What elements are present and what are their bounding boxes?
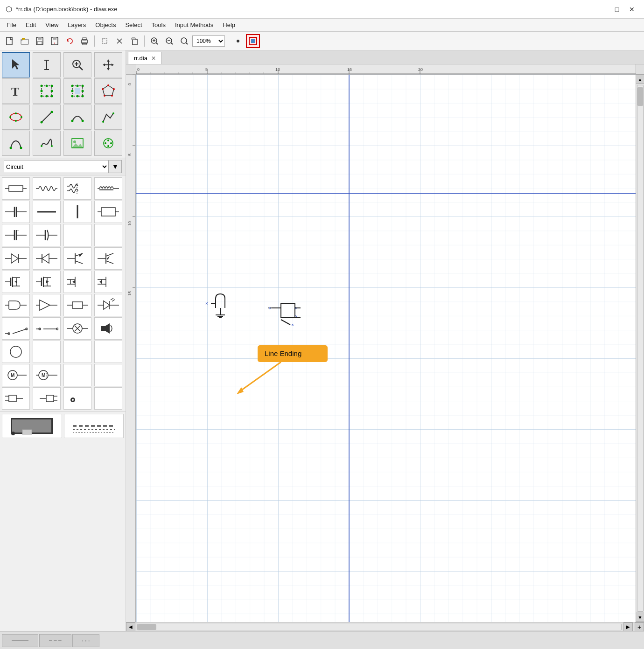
save-as-button[interactable]: ↓ (48, 34, 62, 48)
relay-b-symbol[interactable] (33, 317, 61, 340)
tab-close-button[interactable]: ✕ (151, 55, 156, 62)
lamp-symbol[interactable] (63, 317, 91, 340)
empty-2[interactable] (94, 224, 122, 246)
menu-file[interactable]: File (2, 20, 21, 30)
text-cursor-tool[interactable] (33, 52, 61, 77)
bjt-npn-symbol[interactable] (63, 247, 91, 270)
scroll-right-button[interactable]: ▶ (623, 622, 633, 632)
line-style-1-button[interactable]: ——— (2, 634, 38, 647)
arc-tool[interactable] (63, 105, 91, 130)
area-select-tool[interactable] (63, 78, 91, 104)
menu-help[interactable]: Help (218, 20, 240, 30)
motor-symbol[interactable]: M (2, 364, 30, 386)
tab-rr-dia[interactable]: rr.dia ✕ (128, 52, 162, 64)
inductor-symbol[interactable] (33, 177, 61, 200)
line-tool[interactable] (33, 105, 61, 130)
motor2-symbol[interactable]: M (33, 364, 61, 386)
box2-symbol[interactable] (63, 294, 91, 316)
dot-symbol[interactable] (63, 387, 91, 410)
empty-8[interactable] (94, 387, 122, 410)
and-gate-symbol[interactable] (2, 294, 30, 316)
select-tool[interactable] (2, 52, 30, 77)
open-button[interactable] (18, 34, 32, 48)
box-select-tool[interactable] (33, 78, 61, 104)
menu-objects[interactable]: Objects (91, 20, 120, 30)
bezier-tool[interactable] (2, 131, 30, 156)
jfet-n-symbol[interactable] (63, 271, 91, 293)
polyline-tool[interactable] (94, 105, 122, 130)
line-style-dashed-button[interactable] (64, 414, 124, 438)
cap-polar-symbol[interactable]: + (2, 224, 30, 246)
dot-tool-button[interactable] (231, 34, 245, 48)
circle-symbol[interactable] (2, 341, 30, 363)
scroll-down-button[interactable]: ▼ (636, 613, 644, 622)
image-tool[interactable] (63, 131, 91, 156)
coil-symbol[interactable] (94, 177, 122, 200)
new-button[interactable] (3, 34, 17, 48)
text-tool[interactable]: T (2, 78, 30, 104)
zoom-reset-button[interactable] (162, 34, 176, 48)
shape-expand-button[interactable]: ▼ (109, 160, 122, 173)
box-symbol[interactable] (94, 201, 122, 223)
print-button[interactable] (77, 34, 91, 48)
cap-polar2-symbol[interactable] (33, 224, 61, 246)
undo-button[interactable] (63, 34, 77, 48)
conn-a-symbol[interactable] (2, 387, 30, 410)
save-button[interactable] (33, 34, 47, 48)
menu-tools[interactable]: Tools (147, 20, 170, 30)
scroll-thumb-h[interactable] (138, 624, 156, 630)
mosfet-n-symbol[interactable] (2, 271, 30, 293)
mosfet-p-symbol[interactable] (33, 271, 61, 293)
polygon-tool[interactable] (94, 78, 122, 104)
paste-button[interactable] (127, 34, 141, 48)
cap-v-symbol[interactable] (2, 201, 30, 223)
wire-symbol[interactable] (33, 201, 61, 223)
menu-layers[interactable]: Layers (63, 20, 91, 30)
scroll-thumb-v[interactable] (637, 87, 643, 106)
line-style-3-button[interactable]: · · · (72, 634, 100, 647)
wire-v-symbol[interactable] (63, 201, 91, 223)
scroll-track-h[interactable] (137, 624, 622, 630)
scroll-track-v[interactable] (637, 85, 644, 612)
conn-b-symbol[interactable] (33, 387, 61, 410)
minimize-button[interactable]: — (595, 4, 609, 15)
spline-tool[interactable] (33, 131, 61, 156)
zoom-out-button[interactable] (177, 34, 191, 48)
copy-button[interactable] (98, 34, 112, 48)
empty-1[interactable] (63, 224, 91, 246)
empty-6[interactable] (63, 364, 91, 386)
empty-7[interactable] (94, 364, 122, 386)
canvas-viewport[interactable]: × × × × (136, 75, 636, 622)
add-canvas-button[interactable]: + (635, 622, 644, 632)
line-style-2-button[interactable]: – – – (39, 634, 71, 647)
empty-4[interactable] (63, 341, 91, 363)
snap-button[interactable] (246, 34, 260, 48)
empty-3[interactable] (33, 341, 61, 363)
maximize-button[interactable]: □ (610, 4, 623, 15)
cut-button[interactable] (112, 34, 126, 48)
ellipse-tool[interactable] (2, 105, 30, 130)
shape-category-dropdown[interactable]: Circuit Flowchart Network UML (4, 160, 109, 173)
line-style-solid-button[interactable] (2, 414, 62, 438)
special-tool[interactable] (94, 131, 122, 156)
bjt-pnp-symbol[interactable] (94, 247, 122, 270)
menu-input-methods[interactable]: Input Methods (170, 20, 218, 30)
diode-b-symbol[interactable] (33, 247, 61, 270)
empty-5[interactable] (94, 341, 122, 363)
speaker-symbol[interactable] (94, 317, 122, 340)
zoom-in-button[interactable] (147, 34, 161, 48)
transformer-symbol[interactable] (63, 177, 91, 200)
resistor-symbol[interactable] (2, 177, 30, 200)
menu-view[interactable]: View (41, 20, 63, 30)
scroll-up-button[interactable]: ▲ (636, 75, 644, 84)
relay-a-symbol[interactable] (2, 317, 30, 340)
led-symbol[interactable] (94, 294, 122, 316)
diode-a-symbol[interactable] (2, 247, 30, 270)
buffer-symbol[interactable] (33, 294, 61, 316)
zoom-selector[interactable]: 50% 75% 100% 150% 200% (192, 35, 225, 47)
zoom-tool[interactable] (63, 52, 91, 77)
jfet-p-symbol[interactable] (94, 271, 122, 293)
move-tool[interactable] (94, 52, 122, 77)
menu-edit[interactable]: Edit (21, 20, 41, 30)
close-button[interactable]: ✕ (625, 4, 638, 15)
